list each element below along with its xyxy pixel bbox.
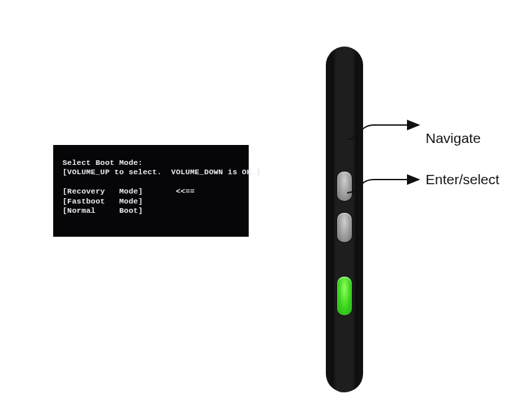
selection-marker-icon: <<== [176, 187, 194, 196]
boot-option-recovery: [Recovery Mode] <<== [63, 187, 243, 196]
volume-down-button[interactable] [337, 213, 352, 242]
label-enter: Enter/select [426, 172, 499, 188]
arrow-navigate-icon [347, 120, 427, 160]
arrow-enter-icon [347, 173, 427, 213]
boot-option-normal: [Normal Boot] [63, 206, 243, 215]
boot-title: Select Boot Mode: [63, 158, 243, 168]
boot-option-fastboot: [Fastboot Mode] [63, 197, 243, 206]
phone-side-view [326, 47, 363, 392]
power-button[interactable] [337, 277, 352, 315]
label-navigate: Navigate [426, 130, 481, 146]
boot-mode-screenshot: Select Boot Mode: [VOLUME_UP to select. … [53, 145, 249, 237]
boot-instruction: [VOLUME_UP to select. VOLUME_DOWN is OK.… [63, 168, 243, 177]
boot-blank [63, 178, 243, 187]
